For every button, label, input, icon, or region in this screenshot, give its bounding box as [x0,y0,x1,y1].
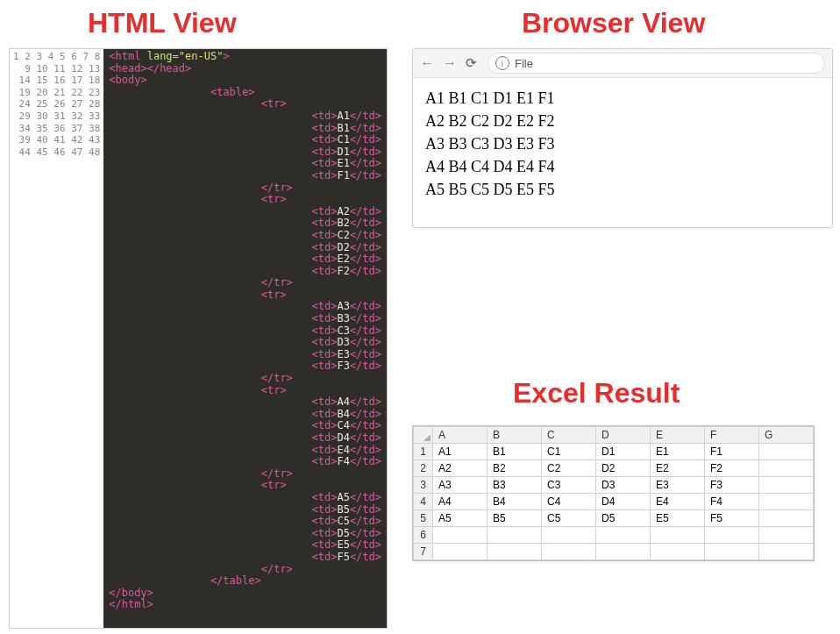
cell[interactable] [488,527,542,544]
cell[interactable]: F5 [705,510,759,527]
cell[interactable]: E4 [651,494,705,510]
row-header[interactable]: 1 [414,444,433,460]
title-excel-result: Excel Result [513,377,680,410]
cell[interactable]: B1 [488,444,542,460]
cell[interactable]: A3 [433,477,488,494]
cell[interactable] [705,527,759,544]
browser-row: A3 B3 C3 D3 E3 F3 [425,132,820,155]
cell[interactable]: F3 [705,477,759,494]
title-browser-view: Browser View [522,7,705,39]
forward-icon[interactable]: → [443,55,455,71]
cell[interactable]: C3 [542,477,596,494]
cell[interactable] [596,544,651,560]
cell[interactable]: F1 [705,444,759,460]
cell[interactable] [759,544,814,560]
title-html-view: HTML View [88,7,237,39]
cell[interactable] [759,444,814,460]
row-header[interactable]: 6 [414,527,433,544]
browser-row: A5 B5 C5 D5 E5 F5 [425,178,820,201]
cell[interactable]: A2 [433,460,488,477]
column-header[interactable]: F [705,427,759,444]
cell[interactable] [596,527,651,544]
browser-window: ← → ⟳ i File A1 B1 C1 D1 E1 F1A2 B2 C2 D… [412,48,833,228]
url-bar[interactable]: i File [488,53,825,74]
back-icon[interactable]: ← [420,55,432,71]
column-header[interactable]: B [488,427,542,444]
url-text: File [515,57,533,70]
cell[interactable]: A4 [433,494,488,510]
cell[interactable]: C4 [542,494,596,510]
cell[interactable]: A1 [433,444,488,460]
row-header[interactable]: 4 [414,494,433,510]
excel-table: ABCDEFG1A1B1C1D1E1F12A2B2C2D2E2F23A3B3C3… [413,426,814,560]
cell[interactable]: F2 [705,460,759,477]
cell[interactable]: D3 [596,477,651,494]
info-icon: i [495,56,509,70]
browser-content: A1 B1 C1 D1 E1 F1A2 B2 C2 D2 E2 F2A3 B3 … [413,78,832,227]
cell[interactable]: D1 [596,444,651,460]
row-header[interactable]: 7 [414,544,433,560]
cell[interactable]: C2 [542,460,596,477]
row-header[interactable]: 5 [414,510,433,527]
cell[interactable]: B4 [488,494,542,510]
code-content: <html lang="en-US"> <head></head> <body>… [103,49,387,628]
cell[interactable] [542,527,596,544]
browser-toolbar: ← → ⟳ i File [413,49,832,78]
cell[interactable]: C5 [542,510,596,527]
select-all-corner[interactable] [414,427,433,444]
line-number-gutter: 1 2 3 4 5 6 7 8 9 10 11 12 13 14 15 16 1… [10,49,103,628]
cell[interactable]: D2 [596,460,651,477]
cell[interactable]: C1 [542,444,596,460]
cell[interactable]: B5 [488,510,542,527]
cell[interactable]: D4 [596,494,651,510]
browser-row: A2 B2 C2 D2 E2 F2 [425,110,820,132]
column-header[interactable]: C [542,427,596,444]
cell[interactable] [488,544,542,560]
browser-row: A1 B1 C1 D1 E1 F1 [425,87,820,110]
cell[interactable] [759,527,814,544]
column-header[interactable]: G [759,427,814,444]
cell[interactable] [651,544,705,560]
cell[interactable]: E3 [651,477,705,494]
cell[interactable] [651,527,705,544]
cell[interactable]: D5 [596,510,651,527]
cell[interactable]: E5 [651,510,705,527]
row-header[interactable]: 2 [414,460,433,477]
cell[interactable]: B3 [488,477,542,494]
browser-row: A4 B4 C4 D4 E4 F4 [425,155,820,178]
column-header[interactable]: D [596,427,651,444]
column-header[interactable]: E [651,427,705,444]
reload-icon[interactable]: ⟳ [466,55,477,71]
cell[interactable]: A5 [433,510,488,527]
cell[interactable] [705,544,759,560]
cell[interactable] [542,544,596,560]
cell[interactable] [433,527,488,544]
cell[interactable] [433,544,488,560]
code-editor: 1 2 3 4 5 6 7 8 9 10 11 12 13 14 15 16 1… [9,48,388,629]
cell[interactable]: B2 [488,460,542,477]
column-header[interactable]: A [433,427,488,444]
row-header[interactable]: 3 [414,477,433,494]
cell[interactable]: E2 [651,460,705,477]
excel-grid: ABCDEFG1A1B1C1D1E1F12A2B2C2D2E2F23A3B3C3… [412,425,815,561]
cell[interactable] [759,494,814,510]
cell[interactable] [759,477,814,494]
cell[interactable]: F4 [705,494,759,510]
cell[interactable] [759,460,814,477]
cell[interactable]: E1 [651,444,705,460]
cell[interactable] [759,510,814,527]
